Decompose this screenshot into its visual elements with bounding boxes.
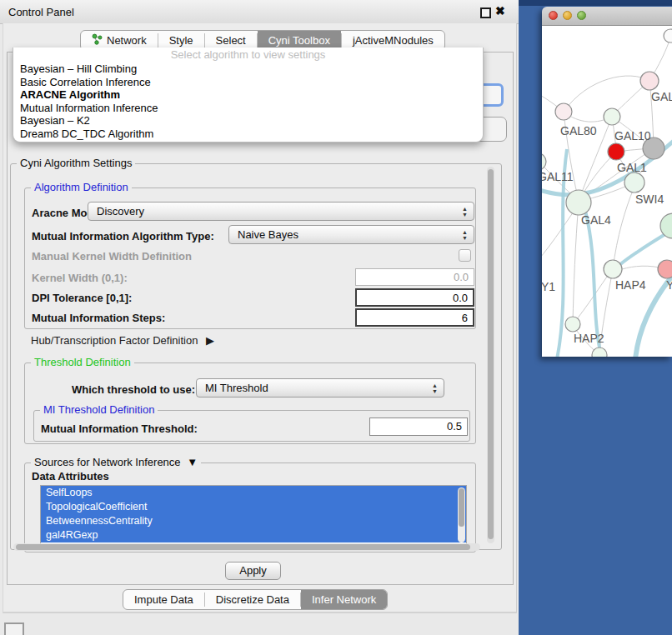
network-node-label: GAL xyxy=(651,90,672,103)
panel-title: Control Panel xyxy=(8,6,74,18)
network-edge xyxy=(573,202,579,322)
apply-button[interactable]: Apply xyxy=(225,562,281,580)
collapsed-arrow-icon: ▶ xyxy=(206,334,214,347)
combobox-value: Naive Bayes xyxy=(238,228,298,241)
network-node[interactable] xyxy=(624,172,644,192)
mi-steps-field[interactable]: 6 xyxy=(355,308,474,327)
zoom-traffic-light-icon[interactable] xyxy=(577,11,586,20)
mi-threshold-label: Mutual Information Threshold: xyxy=(41,422,198,435)
attribute-item[interactable]: TopologicalCoefficient xyxy=(41,500,466,514)
dropdown-item[interactable]: ARACNE Algorithm xyxy=(13,88,483,102)
tab-discretize-data[interactable]: Discretize Data xyxy=(205,590,300,609)
tab-label: Infer Network xyxy=(312,593,376,606)
network-node[interactable] xyxy=(566,190,591,215)
network-node-label: Y xyxy=(666,278,672,292)
scrollbar-thumb[interactable] xyxy=(16,544,470,550)
network-node-label: GCY1 xyxy=(542,280,555,293)
network-node[interactable] xyxy=(555,103,572,120)
expanded-arrow-icon[interactable]: ▼ xyxy=(187,456,198,468)
network-node-label: GAL1 xyxy=(617,161,647,174)
network-node[interactable] xyxy=(565,317,580,332)
tab-label: Style xyxy=(169,34,193,47)
mi-type-combobox[interactable]: Naive Bayes ▲▼ xyxy=(228,225,474,244)
manual-kernel-label: Manual Kernel Width Definition xyxy=(32,250,192,262)
bottom-tabs: Impute DataDiscretize DataInfer Network xyxy=(123,589,388,610)
network-node[interactable] xyxy=(608,143,624,160)
close-icon[interactable]: ✖ xyxy=(495,4,505,18)
network-icon xyxy=(92,33,103,48)
attribute-item[interactable]: BetweennessCentrality xyxy=(41,514,466,528)
network-node-label: GAL10 xyxy=(614,129,651,142)
network-node-label: HAP2 xyxy=(574,332,604,345)
tab-impute-data[interactable]: Impute Data xyxy=(123,590,204,609)
mi-type-label: Mutual Information Algorithm Type: xyxy=(32,230,214,242)
network-node-label: GAL11 xyxy=(542,170,574,183)
network-canvas[interactable]: GALGAL80GAL10GAL11GAL1GAL4SWI4GCY1HAP4YH… xyxy=(542,26,672,357)
attribute-items: SelfLoopsTopologicalCoefficientBetweenne… xyxy=(41,486,466,542)
combobox-value: MI Threshold xyxy=(205,382,268,394)
attributes-scrollbar[interactable] xyxy=(458,488,465,542)
mi-steps-label: Mutual Information Steps: xyxy=(32,312,165,324)
network-node[interactable] xyxy=(658,260,672,278)
dpi-tolerance-field[interactable]: 0.0 xyxy=(355,288,474,307)
minimize-traffic-light-icon[interactable] xyxy=(563,11,572,20)
group-title: Sources for Network Inference ▼ xyxy=(31,456,201,468)
data-attributes-list[interactable]: SelfLoopsTopologicalCoefficientBetweenne… xyxy=(40,485,467,547)
aracne-mode-combobox[interactable]: Discovery ▲▼ xyxy=(88,202,474,221)
settings-horizontal-scrollbar[interactable] xyxy=(13,543,480,551)
tab-label: Impute Data xyxy=(134,593,193,606)
network-window-titlebar[interactable] xyxy=(542,7,672,26)
which-threshold-label: Which threshold to use: xyxy=(72,383,195,396)
combobox-value: Discovery xyxy=(97,205,144,218)
network-edge xyxy=(542,209,575,269)
tab-infer-network[interactable]: Infer Network xyxy=(301,590,387,609)
group-title: Cyni Algorithm Settings xyxy=(17,157,135,169)
hub-definition-toggle[interactable]: Hub/Transcription Factor Definition ▶ xyxy=(31,334,214,347)
algorithm-dropdown-list: Select algorithm to view settings Bayesi… xyxy=(13,48,484,142)
dropdown-items: Bayesian – Hill ClimbingBasic Correlatio… xyxy=(13,62,483,141)
network-view-window: GALGAL80GAL10GAL11GAL1GAL4SWI4GCY1HAP4YH… xyxy=(542,7,672,357)
tab-label: Cyni Toolbox xyxy=(268,34,330,47)
close-traffic-light-icon[interactable] xyxy=(549,11,558,20)
desktop-top-strip xyxy=(519,0,672,6)
dropdown-placeholder: Select algorithm to view settings xyxy=(13,48,483,62)
group-title: Threshold Definition xyxy=(31,356,134,368)
dropdown-item[interactable]: Bayesian – Hill Climbing xyxy=(13,62,483,76)
sources-group: Sources for Network Inference ▼ Data Att… xyxy=(24,462,476,552)
scrollbar-thumb[interactable] xyxy=(459,488,464,527)
group-title: Algorithm Definition xyxy=(31,181,132,193)
threshold-definition-group: Threshold Definition Which threshold to … xyxy=(24,362,476,444)
network-node[interactable] xyxy=(592,348,607,357)
tab-label: jActiveMNodules xyxy=(353,34,434,47)
kernel-width-field[interactable]: 0.0 xyxy=(355,268,474,286)
hub-definition-label: Hub/Transcription Factor Definition xyxy=(31,334,198,347)
attribute-item[interactable]: SelfLoops xyxy=(41,486,466,500)
network-node[interactable] xyxy=(604,108,620,125)
cyni-algorithm-settings-group: Cyni Algorithm Settings Algorithm Defini… xyxy=(10,163,502,550)
panel-dock-icon[interactable] xyxy=(4,622,24,635)
scrollbar-thumb[interactable] xyxy=(488,169,494,539)
attribute-item[interactable]: gal4RGexp xyxy=(41,528,466,542)
dpi-tolerance-label: DPI Tolerance [0,1]: xyxy=(32,292,132,304)
network-node[interactable] xyxy=(542,153,546,170)
spinner-arrows-icon: ▲▼ xyxy=(432,382,438,394)
network-node-label: GAL4 xyxy=(581,213,611,227)
dropdown-item[interactable]: Mutual Information Inference xyxy=(13,102,483,115)
dropdown-item[interactable]: Dream8 DC_TDC Algorithm xyxy=(13,128,483,141)
kernel-width-label: Kernel Width (0,1): xyxy=(32,272,128,284)
dropdown-item[interactable]: Bayesian – K2 xyxy=(13,114,483,128)
manual-kernel-checkbox[interactable] xyxy=(459,249,471,262)
network-node[interactable] xyxy=(640,72,659,90)
settings-vertical-scrollbar[interactable] xyxy=(487,167,494,543)
sources-title: Sources for Network Inference xyxy=(34,456,181,468)
algorithm-definition-group: Algorithm Definition Aracne Mode: Discov… xyxy=(24,188,476,329)
float-window-icon[interactable] xyxy=(480,8,491,18)
network-node-label: HAP4 xyxy=(615,278,646,292)
dropdown-item[interactable]: Basic Correlation Inference xyxy=(13,76,483,89)
control-panel-titlebar: Control Panel ✖ xyxy=(0,0,519,24)
network-node[interactable] xyxy=(604,260,622,278)
network-node[interactable] xyxy=(664,29,672,42)
spinner-arrows-icon: ▲▼ xyxy=(462,229,468,241)
mi-threshold-field[interactable]: 0.5 xyxy=(369,418,468,436)
which-threshold-combobox[interactable]: MI Threshold ▲▼ xyxy=(196,378,444,398)
